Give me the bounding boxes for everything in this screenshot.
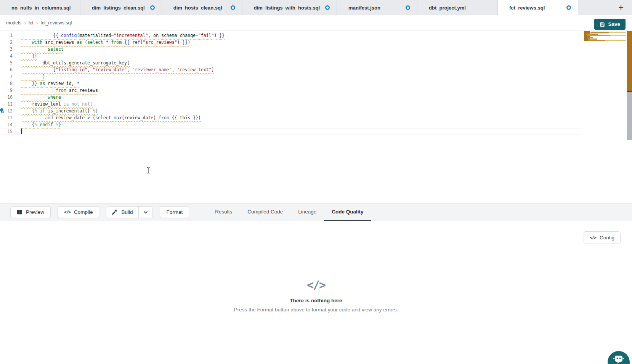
build-options-dropdown[interactable]: [138, 207, 152, 218]
line-number: 13: [0, 114, 19, 121]
preview-button[interactable]: Preview: [10, 206, 51, 218]
line-content[interactable]: dbt_utils.generate_surrogate_key(: [19, 59, 583, 66]
lightbulb-icon[interactable]: [0, 108, 5, 114]
format-button[interactable]: Format: [160, 206, 189, 218]
line-number: 5: [0, 59, 19, 66]
panel-tab-lineage[interactable]: Lineage: [290, 203, 324, 221]
save-label: Save: [608, 21, 620, 27]
code-line-6[interactable]: 6 ["listing_id", "review_date", "reviewe…: [0, 66, 583, 73]
compile-label: Compile: [74, 209, 93, 215]
line-content[interactable]: {{: [19, 53, 583, 59]
line-content[interactable]: from src_reviews: [19, 87, 583, 94]
code-line-9[interactable]: 9 from src_reviews: [0, 87, 583, 94]
line-number: 7: [0, 73, 19, 80]
file-tab-label: dim_listings_clean.sql: [92, 5, 145, 11]
code-line-12[interactable]: 12 {% if is_incremental() %}: [0, 107, 583, 114]
hammer-icon: [112, 209, 118, 215]
save-button[interactable]: Save: [594, 19, 626, 30]
code-line-7[interactable]: 7 ): [0, 73, 583, 80]
code-line-8[interactable]: 8 }} as review_id, *: [0, 80, 583, 87]
code-line-10[interactable]: 10 where: [0, 94, 583, 101]
line-number: 3: [0, 46, 19, 53]
file-tab-label: dim_hosts_clean.sql: [173, 5, 222, 11]
empty-state-title: There is nothing here: [0, 298, 632, 303]
file-tab-dim_listings_clean-sql[interactable]: dim_listings_clean.sql: [80, 0, 162, 15]
line-number: 14: [0, 121, 19, 128]
scrollbar-thumb[interactable]: [627, 92, 632, 140]
code-line-14[interactable]: 14 {% endif %}: [0, 121, 583, 128]
line-number: 4: [0, 53, 19, 59]
code-line-5[interactable]: 5 dbt_utils.generate_surrogate_key(: [0, 59, 583, 66]
file-tab-manifest-json[interactable]: manifest.json: [337, 0, 417, 15]
overview-ruler[interactable]: [627, 30, 632, 203]
code-line-15[interactable]: 15: [0, 128, 583, 135]
robot-icon: [613, 354, 625, 364]
code-lines[interactable]: 1 {{ config(materialized="incremental", …: [0, 32, 583, 135]
minimap-code-bar: [610, 35, 626, 36]
line-content[interactable]: [19, 128, 583, 135]
line-content[interactable]: select: [19, 46, 583, 53]
save-floppy-icon: [600, 22, 605, 27]
chevron-right-icon: ›: [36, 20, 38, 26]
unsaved-changes-dot: [150, 5, 155, 10]
line-number: 15: [0, 128, 19, 135]
panel-tab-code-quality[interactable]: Code Quality: [324, 203, 371, 221]
results-panel: </> Config </> There is nothing here Pre…: [0, 221, 632, 364]
file-tab-fct_reviews-sql[interactable]: fct_reviews.sql: [498, 0, 578, 15]
line-content[interactable]: {% endif %}: [19, 121, 583, 128]
new-tab-button[interactable]: +: [615, 2, 627, 13]
file-tab-no_nulls_in_columns-sql[interactable]: no_nulls_in_columns.sql: [0, 0, 80, 15]
line-content[interactable]: {% if is_incremental() %}: [19, 107, 583, 114]
code-line-1[interactable]: 1 {{ config(materialized="incremental", …: [0, 32, 583, 39]
code-slash-icon: </>: [0, 278, 632, 292]
code-line-4[interactable]: 4 {{: [0, 53, 583, 59]
breadcrumb-file[interactable]: fct_reviews.sql: [40, 20, 72, 26]
minimap-code-bar: [586, 34, 598, 35]
line-content[interactable]: review_text is not null: [19, 101, 583, 107]
minimap[interactable]: [584, 31, 627, 43]
code-icon: </>: [64, 210, 71, 215]
line-content[interactable]: }} as review_id, *: [19, 80, 583, 87]
preview-label: Preview: [26, 209, 44, 215]
code-line-3[interactable]: 3 select: [0, 46, 583, 53]
line-content[interactable]: ): [19, 73, 583, 80]
panel-tab-results[interactable]: Results: [207, 203, 240, 221]
file-tab-label: fct_reviews.sql: [509, 5, 545, 11]
line-content[interactable]: ["listing_id", "review_date", "reviewer_…: [19, 66, 583, 73]
file-tab-bar: no_nulls_in_columns.sqldim_listings_clea…: [0, 0, 632, 15]
compile-button[interactable]: </> Compile: [58, 206, 99, 218]
minimap-code-bar: [590, 32, 609, 33]
line-content[interactable]: where: [19, 94, 583, 101]
file-tab-dbt_project-yml[interactable]: dbt_project.yml: [417, 0, 498, 15]
action-toolbar: Preview </> Compile Build: [0, 203, 632, 221]
minimap-code-bar: [588, 38, 597, 40]
text-ibeam-cursor: [146, 167, 151, 175]
code-line-2[interactable]: 2 with src_reviews as (select * from {{ …: [0, 39, 583, 46]
line-number: 8: [0, 80, 19, 87]
build-button[interactable]: Build: [106, 207, 138, 218]
file-tab-dim_hosts_clean-sql[interactable]: dim_hosts_clean.sql: [162, 0, 242, 15]
code-line-13[interactable]: 13 and review_date > (select max(review_…: [0, 114, 583, 121]
build-label: Build: [121, 209, 133, 215]
breadcrumb-fct[interactable]: fct: [29, 20, 34, 26]
breadcrumb: models › fct › fct_reviews.sql: [6, 15, 72, 30]
chevron-right-icon: ›: [24, 20, 26, 26]
code-text: and review_date > (select max(review_dat…: [21, 115, 201, 120]
chatbot-button[interactable]: [608, 351, 630, 364]
file-tab-dim_listings_with_hosts-sql[interactable]: dim_listings_with_hosts.sql: [242, 0, 337, 15]
code-text: {% endif %}: [21, 122, 61, 127]
code-line-11[interactable]: 11 review_text is not null: [0, 101, 583, 107]
code-text: {% if is_incremental() %}: [21, 108, 98, 114]
line-number: 10: [0, 94, 19, 101]
line-content[interactable]: with src_reviews as (select * from {{ re…: [19, 39, 583, 46]
line-content[interactable]: {{ config(materialized="incremental", on…: [19, 32, 583, 39]
line-content[interactable]: and review_date > (select max(review_dat…: [19, 114, 583, 121]
code-editor[interactable]: 1 {{ config(materialized="incremental", …: [0, 30, 632, 203]
unsaved-changes-dot: [231, 5, 235, 10]
plus-icon: +: [618, 2, 624, 13]
panel-tab-compiled-code[interactable]: Compiled Code: [240, 203, 290, 221]
minimap-code-bar: [587, 35, 610, 36]
preview-icon: [17, 209, 22, 215]
breadcrumb-models[interactable]: models: [6, 20, 21, 26]
empty-state: </> There is nothing here Press the Form…: [0, 221, 632, 313]
